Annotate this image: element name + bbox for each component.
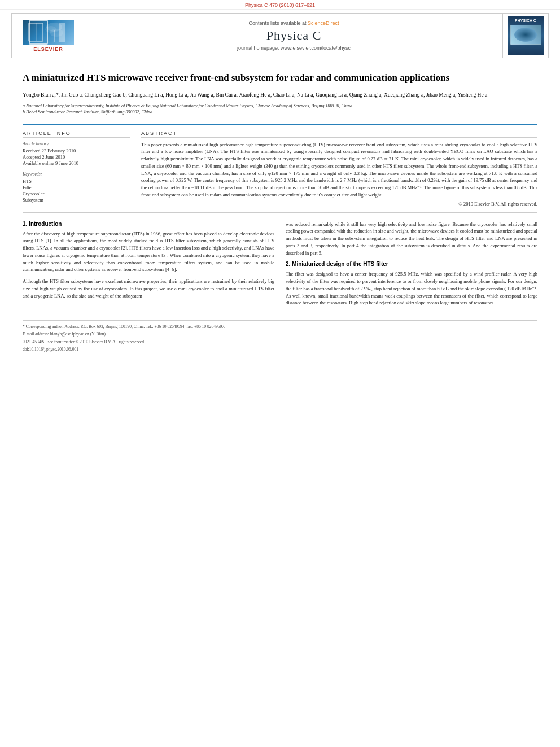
cover-artwork <box>510 25 541 45</box>
history-label: Article history: <box>23 141 130 146</box>
article-info-col: ARTICLE INFO Article history: Received 2… <box>23 130 130 207</box>
svg-point-5 <box>45 26 56 33</box>
section1-right-para1: was reduced remarkably while it still ha… <box>286 221 537 257</box>
header-divider <box>23 124 537 125</box>
sciencedirect-text: Contents lists available at ScienceDirec… <box>248 20 339 26</box>
keyword-subsystem: Subsystem <box>23 197 130 203</box>
body-right-col: was reduced remarkably while it still ha… <box>286 221 537 312</box>
journal-url: journal homepage: www.elsevier.com/locat… <box>237 45 351 51</box>
body-left-col: 1. Introduction After the discovery of h… <box>23 221 274 312</box>
physica-c-cover: PHYSICA C <box>508 16 544 55</box>
abstract-section-title: ABSTRACT <box>141 130 537 138</box>
article-title: A miniaturized HTS microwave receiver fr… <box>23 72 537 84</box>
section1-heading: 1. Introduction <box>23 221 274 227</box>
keyword-cryocooler: Cryocooler <box>23 191 130 196</box>
email-footnote: E-mail address: bianyb@asc.iphy.ac.cn (Y… <box>23 331 537 338</box>
article-info-section-title: ARTICLE INFO <box>23 130 130 138</box>
keywords-label: Keywords: <box>23 172 130 177</box>
svg-rect-0 <box>29 23 43 41</box>
cover-image-section: PHYSICA C <box>503 14 548 58</box>
journal-citation: Physica C 470 (2010) 617–621 <box>245 2 315 8</box>
sciencedirect-link[interactable]: ScienceDirect <box>308 20 339 26</box>
doi-footnote: doi:10.1016/j.physc.2010.06.001 <box>23 347 537 353</box>
affiliation-a: a National Laboratory for Superconductiv… <box>23 103 537 109</box>
footnote-area: * Corresponding author. Address: P.O. Bo… <box>23 320 537 352</box>
affiliation-b: b Hebei Semiconductor Research Institute… <box>23 109 537 115</box>
section2-para: The filter was designed to have a center… <box>286 270 537 307</box>
section1-para1: After the discovery of high temperature … <box>23 230 274 274</box>
info-abstract-block: ARTICLE INFO Article history: Received 2… <box>23 130 537 207</box>
section-divider <box>23 212 537 213</box>
abstract-col: ABSTRACT This paper presents a miniaturi… <box>141 130 537 207</box>
available-date: Available online 9 June 2010 <box>23 160 130 166</box>
cover-title-text: PHYSICA C <box>515 19 536 23</box>
abstract-copyright: © 2010 Elsevier B.V. All rights reserved… <box>141 201 537 207</box>
keyword-filter: Filter <box>23 185 130 190</box>
top-citation-bar: Physica C 470 (2010) 617–621 <box>0 0 560 10</box>
received-date: Received 23 February 2010 <box>23 148 130 154</box>
journal-title-section: Contents lists available at ScienceDirec… <box>85 14 503 58</box>
corresponding-author: * Corresponding author. Address: P.O. Bo… <box>23 324 537 330</box>
elsevier-tree-image <box>23 20 74 45</box>
keywords-section: Keywords: HTS Filter Cryocooler Subsyste… <box>23 172 130 203</box>
elsevier-logo-section: ELSEVIER <box>12 14 85 58</box>
journal-header: ELSEVIER Contents lists available at Sci… <box>11 13 549 58</box>
section1-para2: Although the HTS filter subsystems have … <box>23 278 274 299</box>
affiliations-block: a National Laboratory for Superconductiv… <box>23 103 537 115</box>
journal-main-title: Physica C <box>266 28 322 43</box>
section2-heading: 2. Miniaturized design of the HTS filter <box>286 261 537 267</box>
accepted-date: Accepted 2 June 2010 <box>23 154 130 160</box>
body-columns: 1. Introduction After the discovery of h… <box>23 221 537 312</box>
abstract-text: This paper presents a miniaturized high … <box>141 141 537 199</box>
keyword-hts: HTS <box>23 178 130 184</box>
issn-footnote: 0921-4534/$ - see front matter © 2010 El… <box>23 339 537 346</box>
authors-line: Yongbo Bian a,*, Jin Guo a, Changzheng G… <box>23 91 537 99</box>
elsevier-label: ELSEVIER <box>33 46 63 52</box>
